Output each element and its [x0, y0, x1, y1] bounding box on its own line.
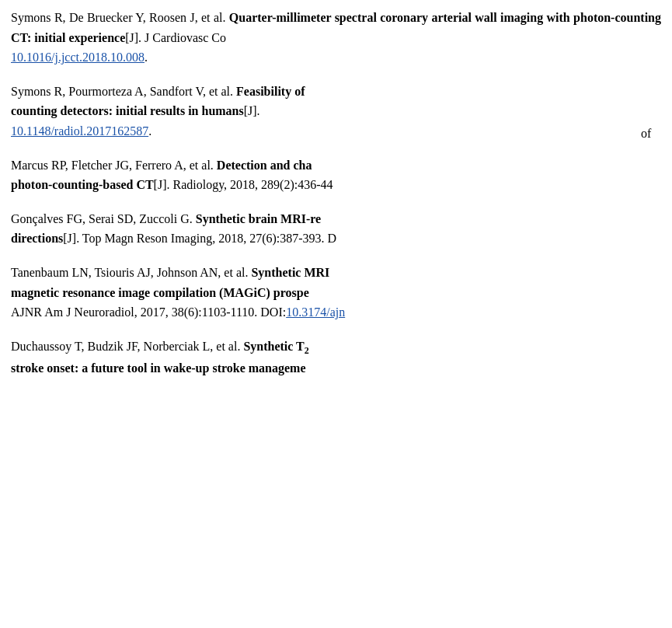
ref5-suffix: AJNR Am J Neuroradiol, 2017, 38(6):1103-… — [11, 305, 286, 319]
reference-2-text: Symons R, Pourmorteza A, Sandfort V, et … — [11, 82, 661, 141]
ref1-period: . — [144, 51, 148, 64]
ref3-suffix: [J]. Radiology, 2018, 289(2):436-44 — [154, 178, 333, 191]
ref1-authors: Symons R, De Bruecker Y, Roosen J, et al… — [11, 11, 225, 24]
reference-5-text: Tanenbaum LN, Tsiouris AJ, Johnson AN, e… — [11, 263, 661, 323]
ref2-period: . — [148, 124, 151, 138]
ref1-doi-link[interactable]: 10.1016/j.jcct.2018.10.008 — [11, 51, 144, 64]
ref4-title-cont: directions — [11, 232, 63, 245]
reference-5: Tanenbaum LN, Tsiouris AJ, Johnson AN, e… — [11, 263, 661, 323]
reference-6: Duchaussoy T, Budzik JF, Norberciak L, e… — [11, 337, 661, 379]
ref4-title: Synthetic brain MRI-re — [196, 212, 321, 225]
ref5-authors: Tanenbaum LN, Tsiouris AJ, Johnson AN, e… — [11, 266, 248, 279]
of-label: of — [641, 124, 672, 143]
ref4-authors: Gonçalves FG, Serai SD, Zuccoli G. — [11, 212, 193, 225]
reference-2: Symons R, Pourmorteza A, Sandfort V, et … — [11, 82, 661, 141]
ref3-authors: Marcus RP, Fletcher JG, Ferrero A, et al… — [11, 159, 214, 172]
reference-4: Gonçalves FG, Serai SD, Zuccoli G. Synth… — [11, 209, 661, 249]
ref2-doi-link[interactable]: 10.1148/radiol.2017162587 — [11, 124, 148, 138]
ref5-doi-link[interactable]: 10.3174/ajn — [286, 305, 345, 319]
reference-1-text: Symons R, De Bruecker Y, Roosen J, et al… — [11, 8, 661, 68]
reference-1: Symons R, De Bruecker Y, Roosen J, et al… — [11, 8, 661, 68]
reference-3-text: Marcus RP, Fletcher JG, Ferrero A, et al… — [11, 155, 661, 195]
ref6-title: Synthetic T2 — [243, 340, 308, 353]
ref2-authors: Symons R, Pourmorteza A, Sandfort V, et … — [11, 85, 233, 98]
ref6-title-cont: stroke onset: a future tool in wake-up s… — [11, 361, 306, 375]
reference-6-text: Duchaussoy T, Budzik JF, Norberciak L, e… — [11, 337, 661, 379]
reference-3: Marcus RP, Fletcher JG, Ferrero A, et al… — [11, 155, 661, 195]
ref6-authors: Duchaussoy T, Budzik JF, Norberciak L, e… — [11, 340, 240, 353]
ref2-suffix: [J]. — [244, 104, 260, 117]
ref3-title: Detection and cha — [217, 159, 312, 172]
ref5-title: Synthetic MRI — [251, 266, 329, 279]
ref5-title-cont: magnetic resonance image compilation (MA… — [11, 286, 309, 299]
reference-4-text: Gonçalves FG, Serai SD, Zuccoli G. Synth… — [11, 209, 661, 249]
ref4-suffix: [J]. Top Magn Reson Imaging, 2018, 27(6)… — [63, 232, 336, 245]
ref1-suffix: [J]. J Cardiovasc Co — [125, 31, 226, 44]
ref3-title-cont: photon-counting-based CT — [11, 178, 154, 191]
